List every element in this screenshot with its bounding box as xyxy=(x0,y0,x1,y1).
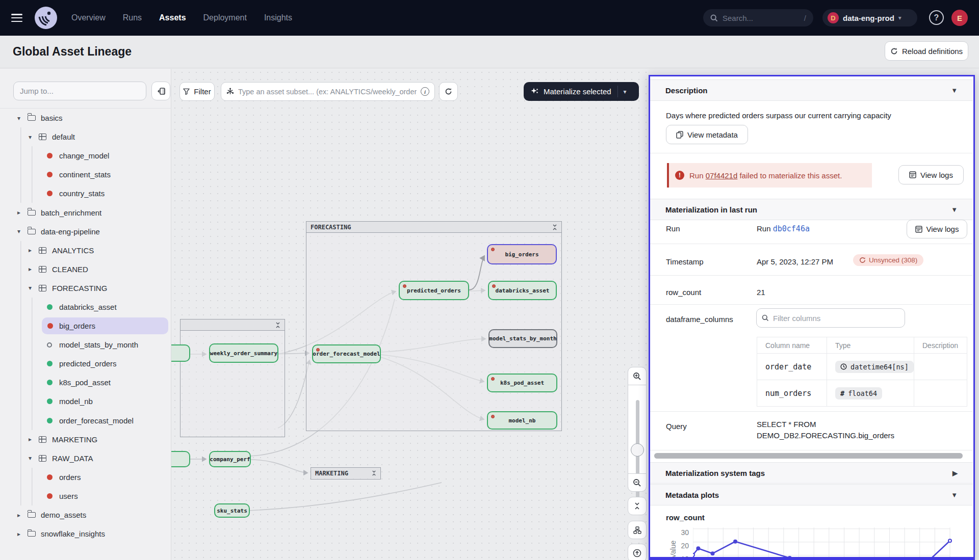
collapse-sidebar-button[interactable] xyxy=(151,82,170,100)
nav-insights[interactable]: Insights xyxy=(264,13,292,22)
asset-node-company-perf[interactable]: company_perf xyxy=(209,451,251,467)
tree-folder-data-eng-pipeline[interactable]: ▾data-eng-pipeline xyxy=(0,222,171,241)
folder-icon xyxy=(28,115,36,121)
asset-node-partial-left-1[interactable] xyxy=(171,344,190,362)
tree-asset-databricks-asset[interactable]: databricks_asset xyxy=(0,298,171,316)
refresh-graph-button[interactable] xyxy=(439,82,458,101)
materialize-selected-button[interactable]: Materialize selected ▾ xyxy=(524,82,639,101)
logs-icon xyxy=(915,226,922,233)
collapse-group-icon[interactable] xyxy=(372,470,376,476)
asset-node-weekly-order-summary[interactable]: weekly_order_summary xyxy=(209,343,278,363)
asset-node-k8s-pod-asset[interactable]: k8s_pod_asset xyxy=(487,374,557,392)
tree-asset-country-stats[interactable]: country_stats xyxy=(0,184,171,203)
materialize-options-caret[interactable]: ▾ xyxy=(618,88,632,95)
asset-subset-input[interactable]: i xyxy=(221,82,435,101)
asset-subset-icon xyxy=(226,88,234,95)
folder-icon xyxy=(28,229,36,234)
view-metadata-button[interactable]: View metadata xyxy=(666,125,748,144)
tree-asset-k8s-pod-asset[interactable]: k8s_pod_asset xyxy=(0,373,171,392)
horizontal-scrollbar[interactable] xyxy=(654,453,963,459)
zoom-out-button[interactable] xyxy=(628,473,647,492)
tree-asset-change-model[interactable]: change_model xyxy=(0,146,171,165)
recenter-view-button[interactable] xyxy=(628,544,647,560)
tree-repo-marketing[interactable]: ▸MARKETING xyxy=(0,430,171,449)
view-logs-button-run[interactable]: View logs xyxy=(907,220,967,238)
search-input[interactable]: Search... / xyxy=(703,9,813,26)
section-header-system-tags[interactable]: Materialization system tags▶ xyxy=(650,462,973,484)
tree-asset-big-orders-selected[interactable]: big_orders xyxy=(0,316,171,335)
tree-folder-batch-enrichment[interactable]: ▸batch_enrichment xyxy=(0,203,171,222)
filter-columns-input[interactable] xyxy=(756,308,905,328)
filter-button[interactable]: Filter xyxy=(179,82,215,101)
repo-icon xyxy=(39,285,46,291)
jump-to-input[interactable] xyxy=(13,82,146,100)
asset-node-order-forecast-model[interactable]: order_forecast_model xyxy=(312,344,381,363)
failed-run-link[interactable]: 07f4421d xyxy=(706,171,738,180)
tree-folder-demo-assets[interactable]: ▸demo_assets xyxy=(0,505,171,524)
zoom-in-button[interactable] xyxy=(628,367,647,385)
help-icon[interactable]: ? xyxy=(929,10,944,25)
tree-asset-model-stats-by-month[interactable]: model_stats_by_month xyxy=(0,335,171,354)
asset-node-databricks-asset[interactable]: databricks_asset xyxy=(488,281,557,300)
lineage-graph-canvas[interactable]: FORECASTING MARKETING weekly_order_summa… xyxy=(171,69,649,560)
caret-down-icon: ▾ xyxy=(27,284,34,291)
tree-repo-cleaned[interactable]: ▸CLEANED xyxy=(0,260,171,279)
chevron-down-icon: ▼ xyxy=(951,87,958,94)
zoom-slider-handle[interactable] xyxy=(631,443,644,457)
caret-down-icon: ▾ xyxy=(27,134,34,141)
asset-node-model-nb[interactable]: model_nb xyxy=(487,411,557,430)
chevron-right-icon: ▶ xyxy=(952,469,958,477)
dataframe-columns-table: Column name Type Description order_date … xyxy=(757,337,967,407)
asset-node-model-stats-by-month[interactable]: model_stats_by_month xyxy=(488,329,557,348)
tree-asset-orders[interactable]: orders xyxy=(0,468,171,487)
tree-folder-snowflake-insights[interactable]: ▸snowflake_insights xyxy=(0,524,171,543)
info-icon[interactable]: i xyxy=(421,87,429,96)
tree-repo-forecasting[interactable]: ▾FORECASTING xyxy=(0,279,171,298)
nav-assets[interactable]: Assets xyxy=(159,13,186,22)
section-header-metadata-plots[interactable]: Metadata plots▼ xyxy=(650,484,973,505)
tree-asset-order-forecast-model[interactable]: order_forecast_model xyxy=(0,411,171,430)
nav-runs[interactable]: Runs xyxy=(123,13,142,22)
dagster-logo[interactable] xyxy=(35,7,57,29)
relayout-graph-button[interactable] xyxy=(628,521,647,539)
deployment-name: data-eng-prod xyxy=(843,14,894,22)
tree-asset-predicted-orders[interactable]: predicted_orders xyxy=(0,354,171,373)
table-row: order_date datetime64[ns] xyxy=(757,354,967,380)
reload-definitions-button[interactable]: Reload definitions xyxy=(885,41,968,61)
unsynced-badge[interactable]: Unsynced (308) xyxy=(853,254,923,266)
plot-title: row_count xyxy=(666,513,705,522)
asset-node-predicted-orders[interactable]: predicted_orders xyxy=(399,281,469,300)
tree-asset-users[interactable]: users xyxy=(0,487,171,505)
tree-repo-default[interactable]: ▾default xyxy=(0,127,171,146)
collapse-group-icon[interactable] xyxy=(275,322,280,328)
hash-icon: # xyxy=(840,389,844,397)
view-logs-button-failed[interactable]: View logs xyxy=(898,165,964,184)
tree-asset-continent-stats[interactable]: continent_stats xyxy=(0,165,171,184)
asset-node-partial-left-2[interactable] xyxy=(171,451,190,467)
materialized-status-dot xyxy=(47,361,53,366)
panel-border-bottom xyxy=(649,557,975,560)
asset-node-sku-stats[interactable]: sku_stats xyxy=(214,503,250,518)
deployment-switcher[interactable]: D data-eng-prod ▾ xyxy=(822,9,917,26)
tree-folder-basics[interactable]: ▾basics xyxy=(0,109,171,127)
nav-deployment[interactable]: Deployment xyxy=(203,13,247,22)
failed-dot xyxy=(491,377,495,381)
table-header-row: Column name Type Description xyxy=(757,337,967,354)
tree-repo-analytics[interactable]: ▸ANALYTICS xyxy=(0,241,171,260)
group-box-marketing[interactable]: MARKETING xyxy=(311,467,381,479)
tree-asset-model-nb[interactable]: model_nb xyxy=(0,392,171,411)
nav-overview[interactable]: Overview xyxy=(71,13,106,22)
collapse-all-groups-button[interactable] xyxy=(628,497,647,515)
section-header-description[interactable]: Description▼ xyxy=(650,79,973,101)
asset-node-big-orders-selected[interactable]: big_orders xyxy=(487,244,557,264)
hamburger-menu-icon[interactable] xyxy=(11,14,22,22)
user-avatar[interactable]: E xyxy=(951,10,968,26)
search-icon xyxy=(710,14,718,22)
group-box-left[interactable] xyxy=(180,319,285,437)
run-id-link[interactable]: db0cf46a xyxy=(773,224,810,233)
tree-repo-raw-data[interactable]: ▾RAW_DATA xyxy=(0,449,171,468)
collapse-group-icon[interactable] xyxy=(552,224,557,230)
folder-icon xyxy=(28,512,36,518)
kv-value-timestamp: Apr 5, 2023, 12:27 PM xyxy=(757,257,833,266)
section-header-materialization[interactable]: Materialization in last run▼ xyxy=(650,199,973,220)
